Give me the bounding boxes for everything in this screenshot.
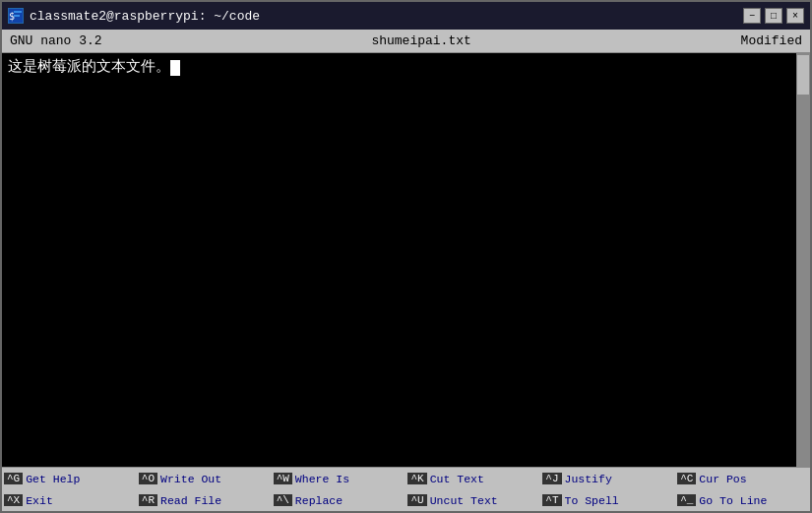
shortcut-key-k: ^K: [407, 473, 426, 484]
shortcut-go-to-line[interactable]: ^_ Go To Line: [675, 494, 810, 507]
nano-header: GNU nano 3.2 shumeipai.txt Modified: [2, 30, 810, 53]
nano-filename: shumeipai.txt: [371, 33, 470, 48]
shortcut-to-spell[interactable]: ^T To Spell: [540, 494, 675, 507]
shortcut-label-get-help: Get Help: [26, 473, 80, 485]
svg-rect-3: [14, 11, 22, 13]
close-button[interactable]: ×: [786, 8, 804, 24]
terminal-icon: $: [8, 8, 24, 24]
shortcut-key-underscore: ^_: [677, 494, 696, 506]
shortcut-key-backslash: ^\: [274, 494, 292, 506]
editor-area[interactable]: 这是树莓派的文本文件。: [2, 53, 810, 467]
shortcut-read-file[interactable]: ^R Read File: [137, 494, 272, 507]
shortcut-where-is[interactable]: ^W Where Is: [272, 473, 406, 485]
terminal-window: $ classmate2@raspberrypi: ~/code − □ × G…: [0, 0, 812, 513]
shortcut-key-r: ^R: [139, 494, 157, 506]
shortcut-label-to-spell: To Spell: [565, 494, 619, 507]
shortcut-label-justify: Justify: [565, 473, 612, 485]
shortcut-replace[interactable]: ^\ Replace: [272, 494, 406, 507]
shortcut-uncut-text[interactable]: ^U Uncut Text: [406, 494, 540, 507]
shortcut-row-2: ^X Exit ^R Read File ^\ Replace ^U Uncut…: [2, 489, 810, 511]
svg-rect-4: [14, 15, 20, 17]
title-bar-text: classmate2@raspberrypi: ~/code: [30, 9, 260, 24]
shortcut-key-x: ^X: [4, 494, 23, 506]
shortcut-cut-text[interactable]: ^K Cut Text: [406, 473, 540, 485]
shortcut-row-1: ^G Get Help ^O Write Out ^W Where Is ^K …: [2, 468, 810, 489]
shortcut-label-uncut-text: Uncut Text: [430, 494, 498, 507]
shortcut-label-write-out: Write Out: [160, 473, 221, 485]
title-bar-left: $ classmate2@raspberrypi: ~/code: [8, 8, 260, 24]
shortcut-cur-pos[interactable]: ^C Cur Pos: [675, 473, 810, 485]
scrollbar-thumb[interactable]: [797, 55, 809, 95]
shortcut-label-exit: Exit: [26, 494, 53, 507]
nano-version: GNU nano 3.2: [10, 33, 102, 48]
shortcut-bar: ^G Get Help ^O Write Out ^W Where Is ^K …: [2, 467, 810, 511]
nano-modified: Modified: [741, 33, 802, 48]
shortcut-key-t: ^T: [542, 494, 561, 506]
shortcut-key-c: ^C: [677, 473, 696, 484]
shortcut-key-u: ^U: [407, 494, 426, 506]
maximize-button[interactable]: □: [765, 8, 782, 24]
shortcut-write-out[interactable]: ^O Write Out: [137, 473, 272, 485]
shortcut-key-o: ^O: [139, 473, 157, 484]
shortcut-key-w: ^W: [274, 473, 292, 484]
title-bar: $ classmate2@raspberrypi: ~/code − □ ×: [2, 2, 810, 30]
shortcut-label-replace: Replace: [295, 494, 343, 507]
shortcut-label-read-file: Read File: [160, 494, 221, 507]
title-bar-controls: − □ ×: [743, 8, 804, 24]
editor-text: 这是树莓派的文本文件。: [8, 59, 170, 76]
shortcut-justify[interactable]: ^J Justify: [540, 473, 675, 485]
shortcut-label-go-to-line: Go To Line: [699, 494, 767, 507]
shortcut-key-g: ^G: [4, 473, 23, 484]
shortcut-get-help[interactable]: ^G Get Help: [2, 473, 137, 485]
minimize-button[interactable]: −: [743, 8, 761, 24]
shortcut-label-cut-text: Cut Text: [430, 473, 484, 485]
cursor: [170, 60, 180, 76]
scrollbar[interactable]: [796, 53, 810, 467]
shortcut-label-where-is: Where Is: [295, 473, 349, 485]
editor-content: 这是树莓派的文本文件。: [8, 57, 804, 78]
shortcut-key-j: ^J: [542, 473, 561, 484]
shortcut-exit[interactable]: ^X Exit: [2, 494, 137, 507]
shortcut-label-cur-pos: Cur Pos: [699, 473, 746, 485]
